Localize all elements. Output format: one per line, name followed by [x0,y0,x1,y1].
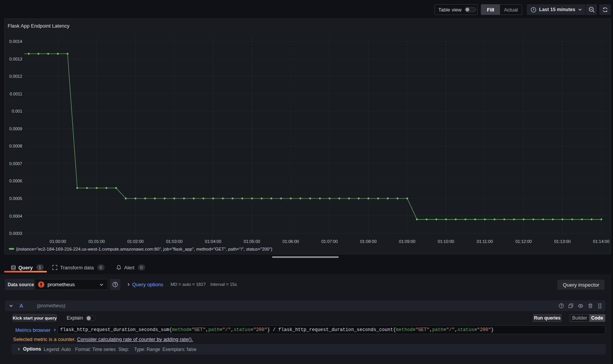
svg-text:01:09:00: 01:09:00 [399,239,415,244]
svg-text:01:14:00: 01:14:00 [593,239,610,244]
svg-text:0.0003: 0.0003 [9,231,22,236]
svg-text:01:00:00: 01:00:00 [50,239,66,244]
svg-text:01:06:00: 01:06:00 [282,239,299,244]
svg-text:0.0004: 0.0004 [9,214,22,218]
svg-text:01:03:00: 01:03:00 [166,239,182,244]
svg-text:0.0013: 0.0013 [9,57,22,61]
svg-text:0.0005: 0.0005 [9,196,22,201]
svg-text:01:13:00: 01:13:00 [554,239,570,244]
svg-text:01:11:00: 01:11:00 [477,239,493,244]
svg-text:01:02:00: 01:02:00 [127,239,144,244]
svg-text:0.0009: 0.0009 [9,126,22,131]
svg-text:0.0007: 0.0007 [9,161,22,166]
svg-text:0.001: 0.001 [11,109,22,113]
svg-text:01:07:00: 01:07:00 [321,239,338,244]
svg-text:0.0006: 0.0006 [9,179,22,183]
svg-text:0.0011: 0.0011 [10,92,22,96]
svg-text:0.0014: 0.0014 [9,39,22,44]
svg-text:0.0012: 0.0012 [9,74,22,79]
svg-text:0.0008: 0.0008 [9,144,22,148]
svg-text:01:01:00: 01:01:00 [89,239,105,244]
svg-text:01:10:00: 01:10:00 [438,239,454,244]
svg-text:01:05:00: 01:05:00 [244,239,260,244]
svg-text:01:08:00: 01:08:00 [360,239,377,244]
svg-text:01:12:00: 01:12:00 [515,239,532,244]
svg-text:{instance="ec2-184-169-216-224: {instance="ec2-184-169-216-224.us-west-1… [16,247,272,251]
svg-text:01:04:00: 01:04:00 [205,239,221,244]
